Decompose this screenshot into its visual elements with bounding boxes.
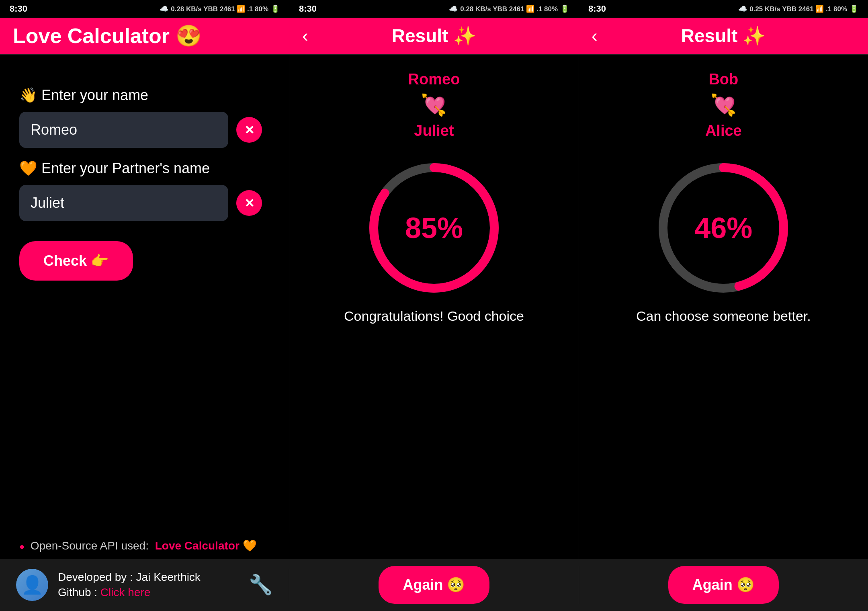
- calculator-panel: 👋 Enter your name ✕ 🧡 Enter your Partner…: [0, 55, 289, 559]
- footer-result-2: Again 🥺: [579, 566, 868, 604]
- status-bars: 8:30 ☁️ 0.28 KB/s YBB 2461 📶 .1 80% 🔋 8:…: [0, 0, 868, 18]
- your-name-input[interactable]: [19, 112, 228, 148]
- time-3: 8:30: [588, 4, 606, 14]
- api-label: Open-Source API used:: [31, 539, 149, 552]
- avatar-icon: 👤: [21, 574, 43, 595]
- percentage-text-2: 46%: [694, 211, 752, 244]
- api-notice-text: Open-Source API used: Love Calculator 🧡: [31, 539, 257, 552]
- tools-icon: 🔧: [249, 574, 273, 596]
- name-bottom-2: Alice: [705, 122, 742, 139]
- main-content: 👋 Enter your name ✕ 🧡 Enter your Partner…: [0, 55, 868, 559]
- battery-icon-1: 🔋: [271, 4, 280, 13]
- heart-arrow-2: 💘: [710, 93, 737, 117]
- status-bar-1: 8:30 ☁️ 0.28 KB/s YBB 2461 📶 .1 80% 🔋: [0, 0, 289, 18]
- api-dot: ●: [19, 541, 25, 552]
- result-message-1: Congratulations! Good choice: [344, 308, 524, 324]
- check-button[interactable]: Check 👉: [19, 241, 133, 281]
- clear-name-button[interactable]: ✕: [236, 117, 262, 143]
- name-top-1: Romeo: [408, 71, 460, 88]
- cloud-icon-1: ☁️: [160, 4, 168, 13]
- partner-name-input[interactable]: [19, 185, 228, 221]
- progress-circle-1: 85%: [366, 160, 502, 296]
- back-button-2[interactable]: ‹: [592, 26, 598, 46]
- footer-result-1: Again 🥺: [289, 566, 579, 604]
- github-label: Github : Click here: [58, 586, 201, 599]
- signal-text-3: 0.25 KB/s YBB 2461 📶 .1 80%: [749, 5, 847, 13]
- result-panel-2: Bob 💘 Alice 46% Can choose someone bette…: [579, 55, 868, 559]
- result-header-1: ‹ Result ✨: [289, 18, 579, 54]
- your-name-label: 👋 Enter your name: [19, 87, 270, 104]
- status-icons-3: ☁️ 0.25 KB/s YBB 2461 📶 .1 80% 🔋: [738, 4, 858, 13]
- result-panel-1: Romeo 💘 Juliet 85% Congratulations! Good…: [289, 55, 579, 559]
- time-1: 8:30: [10, 4, 27, 14]
- signal-text-2: 0.28 KB/s YBB 2461 📶 .1 80%: [460, 5, 558, 13]
- battery-icon-3: 🔋: [850, 4, 858, 13]
- names-display-2: Bob 💘 Alice: [705, 71, 742, 139]
- status-bar-2: 8:30 ☁️ 0.28 KB/s YBB 2461 📶 .1 80% 🔋: [289, 0, 579, 18]
- status-icons-1: ☁️ 0.28 KB/s YBB 2461 📶 .1 80% 🔋: [160, 4, 280, 13]
- status-icons-2: ☁️ 0.28 KB/s YBB 2461 📶 .1 80% 🔋: [449, 4, 569, 13]
- your-name-row: ✕: [19, 112, 270, 148]
- back-button-1[interactable]: ‹: [302, 26, 308, 46]
- app-title: Love Calculator 😍: [13, 24, 202, 48]
- status-bar-3: 8:30 ☁️ 0.25 KB/s YBB 2461 📶 .1 80% 🔋: [579, 0, 868, 18]
- developer-name: Developed by : Jai Keerthick: [58, 571, 201, 584]
- api-link[interactable]: Love Calculator 🧡: [155, 539, 257, 552]
- heart-arrow-1: 💘: [421, 93, 447, 117]
- github-link[interactable]: Click here: [100, 586, 150, 599]
- percentage-text-1: 85%: [405, 211, 463, 244]
- name-top-2: Bob: [708, 71, 738, 88]
- footer: 👤 Developed by : Jai Keerthick Github : …: [0, 559, 868, 611]
- header-bars: Love Calculator 😍 ‹ Result ✨ ‹ Result ✨: [0, 18, 868, 54]
- github-text: Github :: [58, 586, 100, 599]
- cloud-icon-3: ☁️: [738, 4, 747, 13]
- battery-icon-2: 🔋: [560, 4, 569, 13]
- partner-name-row: ✕: [19, 185, 270, 221]
- footer-dev-section: 👤 Developed by : Jai Keerthick Github : …: [0, 569, 289, 601]
- api-notice-bar: ● Open-Source API used: Love Calculator …: [0, 533, 289, 559]
- partner-name-label: 🧡 Enter your Partner's name: [19, 160, 270, 177]
- result-title-2: Result ✨: [681, 25, 766, 47]
- developer-avatar: 👤: [16, 569, 48, 601]
- progress-circle-2: 46%: [655, 160, 792, 296]
- main-header: Love Calculator 😍: [0, 18, 289, 54]
- time-2: 8:30: [299, 4, 317, 14]
- result-title-1: Result ✨: [392, 25, 476, 47]
- signal-text-1: 0.28 KB/s YBB 2461 📶 .1 80%: [171, 5, 268, 13]
- developer-info: Developed by : Jai Keerthick Github : Cl…: [58, 571, 201, 599]
- name-bottom-1: Juliet: [414, 122, 454, 139]
- again-button-1[interactable]: Again 🥺: [379, 566, 489, 604]
- cloud-icon-2: ☁️: [449, 4, 458, 13]
- result-message-2: Can choose someone better.: [636, 308, 811, 324]
- again-button-2[interactable]: Again 🥺: [668, 566, 779, 604]
- result-header-2: ‹ Result ✨: [579, 18, 868, 54]
- clear-partner-button[interactable]: ✕: [236, 190, 262, 216]
- names-display-1: Romeo 💘 Juliet: [408, 71, 460, 139]
